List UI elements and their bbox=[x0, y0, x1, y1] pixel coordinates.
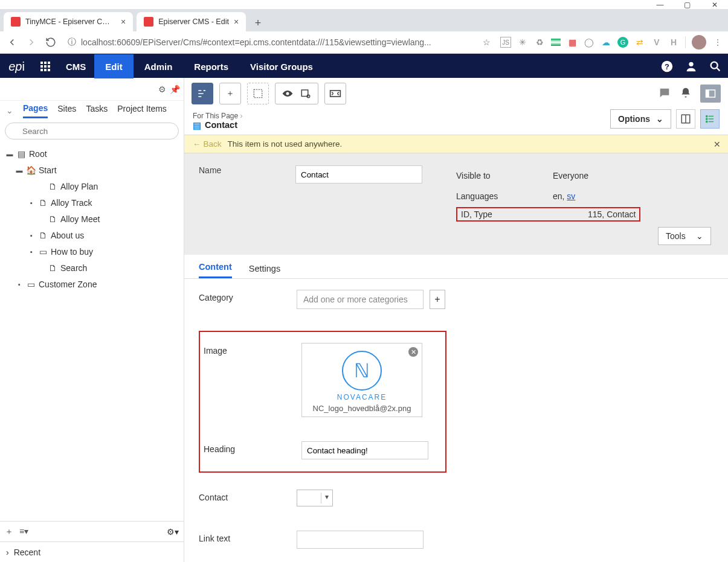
tab-content[interactable]: Content bbox=[199, 262, 232, 278]
tab-projectitems[interactable]: Project Items bbox=[117, 104, 167, 117]
list-menu-icon[interactable]: ≡▾ bbox=[19, 526, 28, 537]
help-icon[interactable]: ? bbox=[660, 60, 674, 75]
tree-alloy-meet[interactable]: 🗋Alloy Meet bbox=[2, 211, 181, 227]
profile-avatar[interactable] bbox=[692, 35, 706, 49]
tab-title: TinyMCE - Episerver CMS 11.15.0 bbox=[25, 18, 116, 26]
remove-image-icon[interactable]: ✕ bbox=[408, 347, 418, 357]
nav-forward-icon[interactable] bbox=[24, 35, 39, 49]
tree-customer-zone[interactable]: ▪▭Customer Zone bbox=[2, 276, 181, 292]
new-tab-button[interactable]: + bbox=[250, 14, 266, 31]
ext-bolt-icon[interactable]: ⇄ bbox=[634, 37, 645, 48]
tab-title: Episerver CMS - Edit bbox=[158, 18, 229, 26]
image-label: Image bbox=[204, 343, 301, 356]
preview-compare-button[interactable] bbox=[275, 83, 318, 104]
expand-button[interactable] bbox=[324, 83, 346, 104]
url-text[interactable]: localhost:60609/EPiServer/Cms/#context=e… bbox=[81, 37, 478, 47]
cms-tab-visitorgroups[interactable]: Visitor Groups bbox=[239, 54, 324, 78]
search-input[interactable] bbox=[5, 123, 179, 139]
chevron-down-icon[interactable]: ⌄ bbox=[6, 106, 13, 115]
view-split-button[interactable] bbox=[676, 109, 695, 129]
lang-sv-link[interactable]: sv bbox=[567, 191, 575, 201]
tab-tasks[interactable]: Tasks bbox=[86, 104, 108, 117]
browser-tab-1[interactable]: TinyMCE - Episerver CMS 11.15.0 × bbox=[4, 12, 133, 31]
back-link[interactable]: ← Back bbox=[193, 139, 222, 148]
svg-rect-4 bbox=[254, 89, 262, 98]
recent-row[interactable]: › Recent bbox=[0, 541, 184, 562]
episerver-logo[interactable]: epi bbox=[0, 54, 33, 78]
contact-label: Contact bbox=[199, 490, 297, 502]
editor-toolbar: ＋ bbox=[184, 78, 728, 109]
browser-tab-2[interactable]: Episerver CMS - Edit × bbox=[137, 12, 246, 31]
category-input[interactable]: Add one or more categories bbox=[297, 290, 424, 309]
tree-about-us[interactable]: ▪🗋About us bbox=[2, 227, 181, 243]
star-icon[interactable]: ☆ bbox=[483, 37, 491, 47]
close-icon[interactable]: × bbox=[234, 17, 239, 27]
cms-brand-label: CMS bbox=[57, 62, 94, 72]
user-icon[interactable] bbox=[685, 60, 698, 75]
tree-location-button[interactable] bbox=[192, 83, 213, 104]
tree-alloy-track[interactable]: ▪🗋Alloy Track bbox=[2, 194, 181, 211]
heading-input[interactable] bbox=[301, 441, 428, 459]
info-bar: ← Back This item is not used anywhere. ✕ bbox=[184, 135, 728, 153]
cms-tab-admin[interactable]: Admin bbox=[134, 54, 184, 78]
search-icon[interactable] bbox=[709, 60, 722, 75]
apps-grid-icon[interactable] bbox=[33, 54, 57, 78]
close-icon[interactable]: ✕ bbox=[714, 139, 721, 149]
linktext-input[interactable] bbox=[297, 531, 424, 549]
win-minimize[interactable]: — bbox=[646, 0, 674, 9]
nav-reload-icon[interactable] bbox=[43, 35, 58, 49]
close-icon[interactable]: × bbox=[121, 17, 126, 27]
nav-back-icon[interactable] bbox=[5, 35, 19, 49]
info-message: This item is not used anywhere. bbox=[228, 139, 343, 148]
divider bbox=[685, 36, 686, 48]
image-card[interactable]: ✕ ℕ NOVACARE NC_logo_hovedblå@2x.png bbox=[301, 343, 422, 417]
tab-settings[interactable]: Settings bbox=[249, 264, 280, 278]
bell-icon[interactable] bbox=[680, 86, 692, 101]
add-button[interactable]: ＋ bbox=[219, 83, 241, 104]
page-tree: ▬▤Root ▬🏠Start 🗋Alloy Plan ▪🗋Alloy Track… bbox=[0, 142, 184, 521]
tab-sites[interactable]: Sites bbox=[57, 104, 76, 117]
chat-icon[interactable] bbox=[658, 86, 671, 101]
image-filename: NC_logo_hovedblå@2x.png bbox=[306, 404, 418, 413]
select-button[interactable] bbox=[247, 83, 269, 104]
ext-circle-icon[interactable]: ◯ bbox=[584, 37, 594, 48]
win-close[interactable]: ✕ bbox=[701, 0, 728, 9]
ext-spider-icon[interactable]: ✳ bbox=[517, 37, 528, 48]
idtype-highlight: ID, Type115, Contact bbox=[456, 207, 640, 222]
tree-root[interactable]: ▬▤Root bbox=[2, 145, 181, 162]
tools-button[interactable]: Tools⌄ bbox=[658, 227, 711, 245]
add-category-button[interactable]: + bbox=[430, 290, 445, 309]
svg-point-3 bbox=[711, 62, 718, 68]
tree-search[interactable]: 🗋Search bbox=[2, 260, 181, 276]
tree-how-to-buy[interactable]: ▪▭How to buy bbox=[2, 243, 181, 260]
add-icon[interactable]: ＋ bbox=[5, 526, 13, 537]
tree-start[interactable]: ▬🏠Start bbox=[2, 162, 181, 178]
gear-icon[interactable]: ⚙ bbox=[158, 85, 166, 94]
edit-tabs: Content Settings bbox=[184, 255, 728, 279]
ext-flag-icon[interactable] bbox=[551, 39, 561, 46]
ext-js-icon[interactable]: JS bbox=[500, 37, 511, 48]
ext-g-icon[interactable]: G bbox=[617, 37, 628, 48]
ext-v-icon[interactable]: V bbox=[651, 37, 662, 48]
ext-h-icon[interactable]: H bbox=[668, 37, 679, 48]
site-info-icon[interactable]: ⓘ bbox=[68, 37, 76, 48]
view-list-button[interactable] bbox=[700, 109, 720, 129]
options-button[interactable]: Options⌄ bbox=[610, 109, 671, 129]
name-input[interactable] bbox=[295, 165, 422, 184]
tab-pages[interactable]: Pages bbox=[23, 103, 48, 118]
pin-icon[interactable]: 📌 bbox=[170, 85, 180, 94]
cms-tab-reports[interactable]: Reports bbox=[183, 54, 239, 78]
page-title: Contact bbox=[205, 120, 237, 130]
kebab-menu-icon[interactable]: ⋮ bbox=[712, 37, 723, 48]
tree-alloy-plan[interactable]: 🗋Alloy Plan bbox=[2, 178, 181, 194]
logo-text: NOVACARE bbox=[306, 393, 418, 401]
win-maximize[interactable]: ▢ bbox=[674, 0, 701, 9]
ext-recycle-icon[interactable]: ♻ bbox=[534, 37, 545, 48]
cms-tab-edit[interactable]: Edit bbox=[94, 54, 133, 78]
ext-cal-icon[interactable]: ▦ bbox=[567, 37, 578, 48]
gear-icon[interactable]: ⚙▾ bbox=[167, 527, 179, 537]
ext-cloud-icon[interactable]: ☁ bbox=[601, 37, 611, 48]
svg-point-12 bbox=[706, 115, 707, 117]
panel-toggle-button[interactable] bbox=[700, 85, 721, 103]
contact-select[interactable] bbox=[297, 490, 333, 506]
